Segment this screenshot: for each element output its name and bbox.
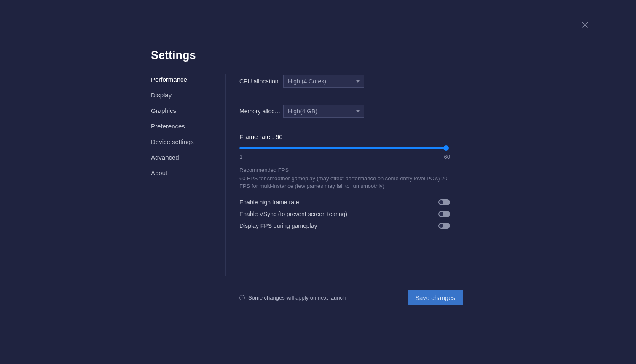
sidebar-item-about[interactable]: About [151, 167, 218, 179]
save-changes-button[interactable]: Save changes [408, 290, 463, 305]
cpu-allocation-select[interactable]: High (4 Cores) [283, 75, 364, 88]
frame-rate-slider[interactable] [239, 145, 450, 151]
enable-high-frame-rate-toggle[interactable] [438, 199, 450, 205]
sidebar-item-graphics[interactable]: Graphics [151, 104, 218, 117]
display-fps-toggle[interactable] [438, 223, 450, 229]
performance-panel: CPU allocation High (4 Cores) Memory all… [239, 73, 450, 232]
sidebar-item-label: Display [151, 91, 172, 99]
cpu-allocation-value: High (4 Cores) [288, 78, 326, 85]
sidebar-item-label: Performance [151, 76, 187, 84]
chevron-down-icon [356, 110, 360, 112]
enable-vsync-toggle[interactable] [438, 211, 450, 217]
enable-vsync-row: Enable VSync (to prevent screen tearing) [239, 208, 450, 220]
chevron-down-icon [356, 80, 360, 83]
toggle-label: Enable high frame rate [239, 199, 299, 206]
recommended-fps-desc: 60 FPS for smoother gameplay (may effect… [239, 175, 450, 190]
divider [239, 126, 450, 126]
slider-track [239, 147, 445, 149]
vertical-divider [225, 74, 226, 276]
info-icon: i [239, 295, 245, 300]
memory-allocation-select[interactable]: High(4 GB) [283, 105, 364, 118]
cpu-allocation-row: CPU allocation High (4 Cores) [239, 73, 450, 94]
footer-info: i Some changes will apply on next launch [239, 294, 346, 301]
sidebar-item-performance[interactable]: Performance [151, 73, 218, 86]
sidebar-item-label: Advanced [151, 154, 179, 161]
slider-min: 1 [239, 154, 242, 160]
divider [239, 96, 450, 96]
frame-rate-label: Frame rate : 60 [239, 133, 450, 140]
settings-footer: i Some changes will apply on next launch… [239, 290, 463, 305]
recommended-fps-title: Recommended FPS [239, 167, 450, 173]
sidebar-item-device-settings[interactable]: Device settings [151, 136, 218, 148]
memory-allocation-value: High(4 GB) [288, 108, 317, 115]
toggle-knob [439, 212, 443, 216]
page-title: Settings [151, 49, 196, 62]
slider-max: 60 [444, 154, 450, 160]
cpu-allocation-label: CPU allocation [239, 78, 283, 85]
memory-allocation-label: Memory alloc… [239, 108, 283, 115]
sidebar-item-preferences[interactable]: Preferences [151, 120, 218, 132]
sidebar-item-label: About [151, 169, 167, 177]
slider-thumb[interactable] [443, 145, 449, 151]
toggle-knob [439, 200, 443, 204]
memory-allocation-row: Memory alloc… High(4 GB) [239, 103, 450, 124]
toggle-knob [439, 224, 443, 228]
display-fps-row: Display FPS during gameplay [239, 220, 450, 232]
footer-info-text: Some changes will apply on next launch [248, 294, 346, 301]
toggle-label: Enable VSync (to prevent screen tearing) [239, 211, 347, 217]
settings-sidebar: Performance Display Graphics Preferences… [151, 73, 218, 182]
sidebar-item-label: Preferences [151, 123, 185, 130]
sidebar-item-display[interactable]: Display [151, 89, 218, 101]
close-icon[interactable] [581, 21, 589, 29]
toggle-label: Display FPS during gameplay [239, 222, 317, 229]
sidebar-item-label: Graphics [151, 107, 176, 114]
enable-high-frame-rate-row: Enable high frame rate [239, 196, 450, 208]
sidebar-item-advanced[interactable]: Advanced [151, 151, 218, 163]
slider-range-labels: 1 60 [239, 154, 450, 160]
sidebar-item-label: Device settings [151, 138, 194, 145]
